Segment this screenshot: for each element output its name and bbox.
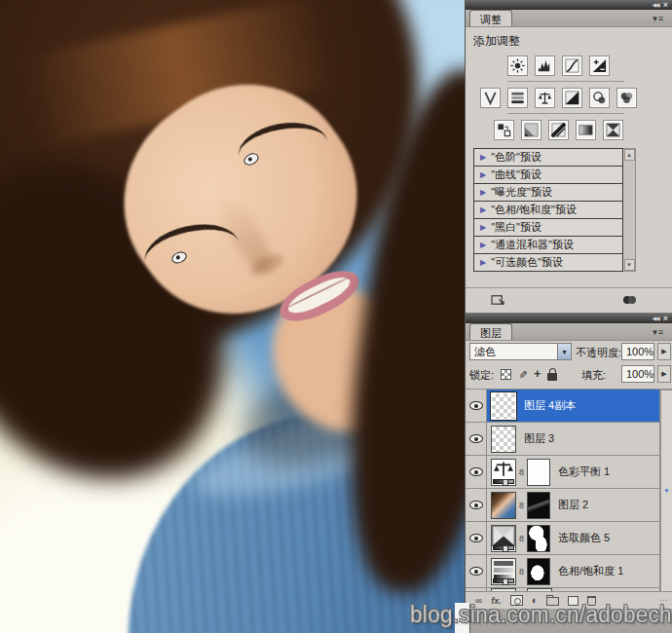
preset-label: "色阶"预设 bbox=[491, 150, 541, 165]
neck bbox=[247, 260, 434, 455]
visibility-cell[interactable] bbox=[466, 390, 487, 422]
expand-triangle-icon[interactable]: ▶ bbox=[480, 223, 486, 232]
invert-icon[interactable] bbox=[494, 120, 514, 140]
clip-to-layer-icon[interactable] bbox=[623, 294, 636, 306]
sweater-fold bbox=[187, 386, 456, 514]
expand-triangle-icon[interactable]: ▶ bbox=[480, 205, 486, 214]
levels-icon[interactable] bbox=[535, 56, 555, 76]
layers-scrollbar[interactable]: ▲ ▼ bbox=[659, 390, 672, 591]
color-balance-thumbnail[interactable] bbox=[491, 459, 516, 486]
panel-menu-icon[interactable]: ▾≡ bbox=[653, 14, 664, 23]
layer-mask-black[interactable] bbox=[527, 492, 550, 519]
visibility-cell[interactable] bbox=[466, 456, 487, 488]
collapse-to-icons-button[interactable]: ◀◀ bbox=[653, 315, 659, 323]
photo-filter-icon[interactable] bbox=[589, 88, 610, 108]
scroll-down-icon[interactable]: ▼ bbox=[624, 259, 635, 271]
layer-row-layer3[interactable]: 图层 3 bbox=[466, 423, 659, 456]
panel-dock: ◀◀ × 调整 ▾≡ 添加调整 bbox=[465, 0, 672, 633]
layer-row-layer2[interactable]: 8 图层 2 bbox=[466, 489, 659, 522]
preset-channel-mixer[interactable]: ▶"通道混和器"预设 bbox=[474, 237, 622, 254]
adjustments-panel-titlebar: ◀◀ × bbox=[466, 0, 672, 10]
lock-all-icon[interactable] bbox=[547, 373, 557, 381]
lock-position-icon[interactable]: + bbox=[534, 367, 541, 381]
tab-adjustments[interactable]: 调整 bbox=[469, 10, 512, 26]
eye-icon[interactable] bbox=[469, 434, 483, 443]
black-white-icon[interactable] bbox=[562, 88, 582, 108]
fill-spinner-icon[interactable]: ▶ bbox=[657, 365, 671, 383]
visibility-cell[interactable] bbox=[466, 489, 487, 521]
brightness-contrast-icon[interactable] bbox=[507, 56, 528, 76]
preset-list: ▶"色阶"预设 ▶"曲线"预设 ▶"曝光度"预设 ▶"色相/饱和度"预设 ▶"黑… bbox=[473, 148, 623, 272]
expand-triangle-icon[interactable]: ▶ bbox=[480, 241, 486, 249]
eye-icon[interactable] bbox=[469, 534, 483, 542]
opacity-input[interactable]: 100% bbox=[621, 343, 654, 360]
expand-triangle-icon[interactable]: ▶ bbox=[480, 258, 486, 267]
close-panel-button[interactable]: × bbox=[663, 1, 668, 10]
eye-icon[interactable] bbox=[469, 467, 483, 476]
channel-mixer-icon[interactable] bbox=[616, 88, 637, 108]
posterize-icon[interactable] bbox=[521, 120, 541, 140]
preset-scrollbar[interactable]: ▲ ▼ bbox=[623, 148, 636, 272]
preset-black-white[interactable]: ▶"黑白"预设 bbox=[474, 219, 622, 237]
visibility-cell[interactable] bbox=[466, 522, 487, 554]
fill-label: 填充: bbox=[581, 368, 606, 383]
color-balance-icon[interactable] bbox=[535, 88, 555, 108]
visibility-cell[interactable] bbox=[466, 423, 487, 455]
threshold-icon[interactable] bbox=[548, 120, 569, 140]
tab-layers[interactable]: 图层 bbox=[469, 323, 512, 340]
expand-triangle-icon[interactable]: ▶ bbox=[480, 170, 486, 179]
preset-selective-color[interactable]: ▶"可选颜色"预设 bbox=[474, 254, 622, 272]
expand-triangle-icon[interactable]: ▶ bbox=[480, 153, 486, 162]
panel-menu-icon[interactable]: ▾≡ bbox=[653, 327, 664, 337]
opacity-spinner-icon[interactable]: ▶ bbox=[657, 343, 671, 360]
exposure-icon[interactable] bbox=[589, 56, 610, 76]
lock-pixels-icon[interactable]: ✎ bbox=[516, 369, 529, 378]
photo-layer-thumbnail[interactable] bbox=[491, 492, 516, 519]
layer-name: 图层 2 bbox=[558, 498, 588, 512]
hue-saturation-icon[interactable] bbox=[507, 88, 528, 108]
layer-row-color-balance-1[interactable]: 8 色彩平衡 1 bbox=[466, 456, 659, 489]
layer-mask-white[interactable] bbox=[527, 459, 550, 486]
eye-icon[interactable] bbox=[469, 567, 483, 576]
blend-mode-select[interactable]: 滤色 ▾ bbox=[469, 343, 572, 360]
close-panel-button[interactable]: × bbox=[663, 315, 668, 323]
layer-thumbnail-transparent[interactable] bbox=[491, 392, 516, 420]
chevron-down-icon[interactable]: ▾ bbox=[557, 344, 571, 359]
scroll-down-icon[interactable]: ▼ bbox=[660, 390, 672, 591]
preset-label: "可选颜色"预设 bbox=[491, 255, 563, 270]
scroll-up-icon[interactable]: ▲ bbox=[624, 149, 635, 161]
layer-row-layer4-copy[interactable]: 图层 4副本 bbox=[466, 390, 659, 423]
link-icon: 8 bbox=[519, 534, 524, 543]
vibrance-icon[interactable] bbox=[480, 88, 501, 108]
layer-row-hue-saturation-1[interactable]: 8 色相/饱和度 1 bbox=[466, 555, 659, 588]
layer-mask-painted[interactable] bbox=[527, 558, 550, 585]
layer-row-selective-color-5[interactable]: 8 选取颜色 5 bbox=[466, 522, 659, 555]
nose-shadow bbox=[209, 190, 280, 279]
curves-icon[interactable] bbox=[562, 56, 582, 76]
preset-exposure[interactable]: ▶"曝光度"预设 bbox=[474, 184, 622, 202]
hue-saturation-thumbnail[interactable] bbox=[491, 558, 516, 585]
switch-panel-view-icon[interactable] bbox=[491, 293, 505, 306]
icon-row-separator bbox=[507, 113, 624, 114]
expand-triangle-icon[interactable]: ▶ bbox=[480, 188, 486, 197]
preset-hue-saturation[interactable]: ▶"色相/饱和度"预设 bbox=[474, 202, 622, 219]
preset-curves[interactable]: ▶"曲线"预设 bbox=[474, 167, 622, 184]
preset-levels[interactable]: ▶"色阶"预设 bbox=[474, 149, 622, 167]
photo-canvas bbox=[0, 0, 465, 633]
selective-color-thumbnail[interactable] bbox=[491, 525, 516, 552]
lock-transparency-icon[interactable] bbox=[501, 369, 511, 380]
layer-thumbnail-transparent[interactable] bbox=[491, 426, 516, 453]
fill-input[interactable]: 100% bbox=[621, 365, 654, 383]
lock-icons: ✎ + bbox=[501, 366, 557, 382]
eye-icon[interactable] bbox=[469, 401, 483, 410]
selective-color-icon[interactable] bbox=[603, 120, 623, 140]
eye-icon[interactable] bbox=[469, 501, 483, 509]
visibility-cell[interactable] bbox=[466, 555, 487, 587]
layer-name: 选取颜色 5 bbox=[558, 531, 610, 545]
watermark-text: blog.sina.com.cn/adobech bbox=[410, 602, 672, 628]
layer-mask-painted[interactable] bbox=[527, 525, 550, 552]
collapse-to-icons-button[interactable]: ◀◀ bbox=[653, 1, 659, 10]
layer-name: 图层 4副本 bbox=[524, 398, 576, 413]
gradient-map-icon[interactable] bbox=[576, 120, 596, 140]
thumbnail-slider bbox=[493, 578, 514, 583]
